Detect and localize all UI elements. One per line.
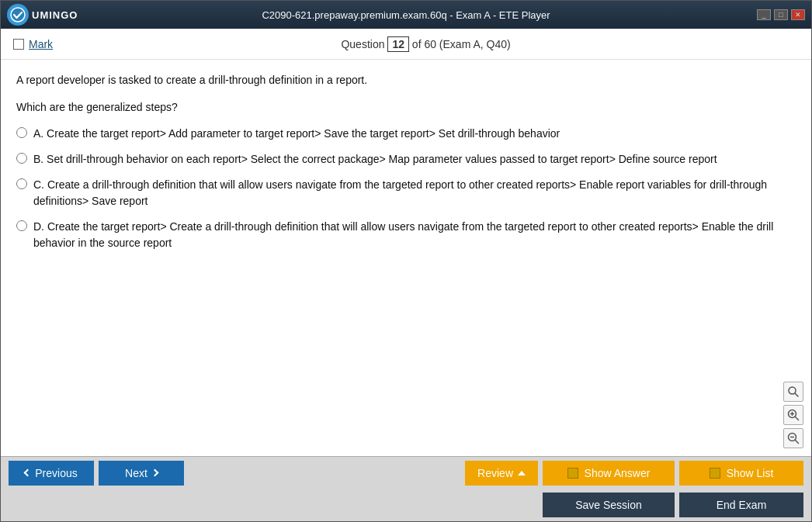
option-a-text: A. Create the target report> Add paramet… [33, 126, 560, 142]
mark-label[interactable]: Mark [29, 38, 53, 50]
svg-point-0 [11, 8, 25, 22]
end-exam-button[interactable]: End Exam [679, 493, 803, 517]
previous-icon [24, 469, 32, 477]
minimize-button[interactable]: _ [757, 9, 771, 20]
svg-line-8 [796, 441, 799, 444]
zoom-controls [783, 382, 803, 448]
save-session-button[interactable]: Save Session [543, 493, 675, 517]
show-list-checkbox-icon [710, 468, 720, 479]
previous-label: Previous [35, 467, 77, 479]
zoom-in-icon[interactable] [783, 405, 803, 425]
question-text: A report developer is tasked to create a… [16, 72, 796, 88]
save-session-label: Save Session [575, 499, 642, 511]
title-bar: UMINGO C2090-621.prepaway.premium.exam.6… [1, 1, 811, 29]
option-d[interactable]: D. Create the target report> Create a dr… [16, 219, 796, 251]
next-icon [151, 469, 158, 477]
question-body: A report developer is tasked to create a… [1, 60, 811, 456]
next-label: Next [125, 467, 147, 479]
option-d-text: D. Create the target report> Create a dr… [33, 219, 796, 251]
svg-line-2 [795, 393, 798, 396]
next-button[interactable]: Next [99, 461, 184, 486]
mark-checkbox[interactable] [13, 39, 24, 50]
option-b-radio[interactable] [16, 153, 27, 164]
question-label: Question [341, 38, 384, 50]
question-total: of 60 (Exam A, Q40) [412, 38, 511, 50]
options-list: A. Create the target report> Add paramet… [16, 126, 796, 251]
nav-row-2: Save Session End Exam [1, 489, 811, 522]
zoom-out-icon[interactable] [783, 428, 803, 448]
end-exam-label: End Exam [717, 499, 767, 511]
option-a-radio[interactable] [16, 127, 27, 138]
window-title: C2090-621.prepaway.premium.exam.60q - Ex… [262, 9, 550, 21]
option-c[interactable]: C. Create a drill-through definition tha… [16, 177, 796, 209]
main-content: Mark Question 12 of 60 (Exam A, Q40) A r… [1, 29, 811, 521]
review-label: Review [477, 467, 513, 479]
option-b[interactable]: B. Set drill-through behavior on each re… [16, 151, 796, 168]
option-c-text: C. Create a drill-through definition tha… [33, 177, 796, 209]
nav-row-1: Previous Next Review Show Answer Show Li… [1, 457, 811, 489]
previous-button[interactable]: Previous [9, 461, 94, 486]
review-arrow-icon [518, 471, 526, 475]
question-header: Mark Question 12 of 60 (Exam A, Q40) [1, 29, 811, 60]
mark-area: Mark [13, 38, 53, 50]
logo-area: UMINGO [7, 4, 78, 26]
option-d-radio[interactable] [16, 220, 27, 231]
search-icon[interactable] [783, 382, 803, 402]
svg-line-4 [796, 417, 799, 420]
review-button[interactable]: Review [465, 461, 538, 486]
question-sub: Which are the generalized steps? [16, 101, 796, 113]
maximize-button[interactable]: □ [774, 9, 788, 20]
bottom-nav: Previous Next Review Show Answer Show Li… [1, 456, 811, 521]
show-answer-label: Show Answer [585, 467, 651, 479]
option-c-radio[interactable] [16, 178, 27, 189]
app-window: UMINGO C2090-621.prepaway.premium.exam.6… [0, 0, 812, 522]
show-list-label: Show List [727, 467, 774, 479]
window-controls: _ □ ✕ [757, 9, 805, 20]
show-list-button[interactable]: Show List [679, 461, 803, 486]
show-answer-button[interactable]: Show Answer [543, 461, 675, 486]
question-info: Question 12 of 60 (Exam A, Q40) [341, 36, 510, 52]
question-number: 12 [387, 36, 409, 52]
option-a[interactable]: A. Create the target report> Add paramet… [16, 126, 796, 142]
option-b-text: B. Set drill-through behavior on each re… [33, 151, 717, 168]
close-button[interactable]: ✕ [791, 9, 805, 20]
logo-icon [7, 4, 29, 26]
show-answer-checkbox-icon [567, 468, 578, 479]
logo-text: UMINGO [32, 9, 78, 21]
